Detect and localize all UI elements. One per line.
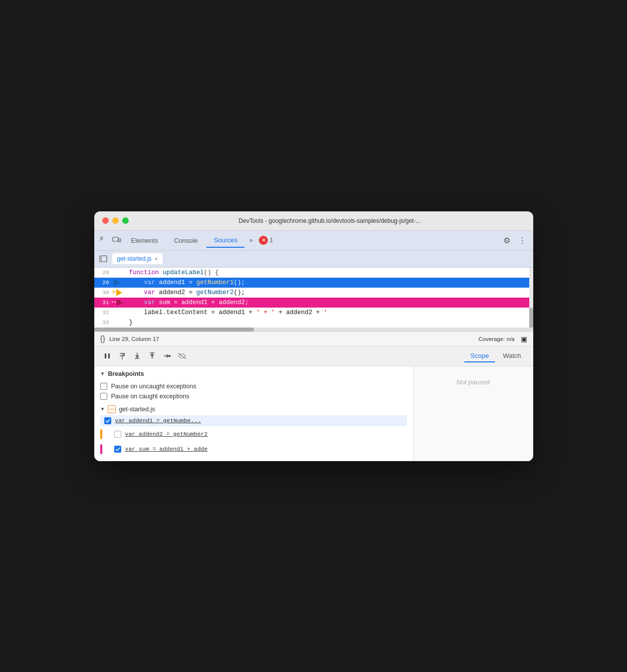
svg-rect-2 xyxy=(100,239,103,239)
svg-point-18 xyxy=(169,355,171,357)
bp-check-2[interactable] xyxy=(114,431,121,438)
line-content-33: } xyxy=(121,318,133,328)
sidebar-toggle-icon[interactable] xyxy=(98,254,108,264)
code-editor[interactable]: 28 function updateLabel() { 29 var adden… xyxy=(94,268,533,328)
responsive-icon[interactable] xyxy=(111,235,122,246)
line-content-32: label.textContent = addend1 + ' + ' + ad… xyxy=(121,308,328,318)
breakpoint-item-1[interactable]: var addend1 = getNumbe... xyxy=(100,415,407,426)
svg-rect-8 xyxy=(100,256,102,262)
svg-rect-5 xyxy=(119,239,121,242)
line-number-31: 31 xyxy=(94,298,113,308)
file-tab-bar: get-started.js × xyxy=(94,251,533,268)
pause-caught-checkbox[interactable] xyxy=(100,393,107,400)
bp-side-mark-2 xyxy=(100,429,102,439)
line-number-33: 33 xyxy=(94,318,113,328)
line-column-info: Line 29, Column 17 xyxy=(109,336,159,342)
pause-caught-label: Pause on caught exceptions xyxy=(111,393,190,400)
tab-watch[interactable]: Watch xyxy=(497,350,527,362)
window-controls xyxy=(102,217,129,224)
line-content-29: var addend1 = getNumber1(); xyxy=(121,278,245,288)
code-line-29: 29 var addend1 = getNumber1(); xyxy=(94,278,533,288)
step-out-button[interactable] xyxy=(145,349,159,363)
code-line-30: 30 ? var addend2 = getNumber2(); xyxy=(94,288,533,298)
line-content-30: var addend2 = getNumber2(); xyxy=(121,288,245,298)
step-button[interactable] xyxy=(160,349,174,363)
code-line-28: 28 function updateLabel() { xyxy=(94,268,533,278)
bp-check-3[interactable] xyxy=(114,446,121,453)
coverage-icon[interactable]: ▣ xyxy=(521,335,527,343)
breakpoints-section: ▼ Breakpoints Pause on uncaught exceptio… xyxy=(94,366,413,461)
tab-elements[interactable]: Elements xyxy=(124,234,165,247)
error-count: 1 xyxy=(270,237,273,244)
pause-button[interactable] xyxy=(100,349,114,363)
more-options-icon[interactable]: ⋮ xyxy=(515,234,529,247)
scrollbar-thumb[interactable] xyxy=(529,308,533,328)
breakpoints-title: Breakpoints xyxy=(108,370,144,377)
bp-check-1[interactable] xyxy=(104,417,111,424)
svg-rect-1 xyxy=(100,238,102,238)
maximize-button[interactable] xyxy=(122,217,129,224)
tab-more-button[interactable]: » xyxy=(246,235,256,246)
bp-text-1: var addend1 = getNumbe... xyxy=(115,417,202,424)
file-tab-close-icon[interactable]: × xyxy=(155,256,158,262)
code-line-32: 32 label.textContent = addend1 + ' + ' +… xyxy=(94,308,533,318)
deactivate-breakpoints-button[interactable] xyxy=(175,349,189,363)
status-bar: {} Line 29, Column 17 Coverage: n/a ▣ xyxy=(94,332,533,346)
line-number-30: 30 xyxy=(94,288,113,298)
title-bar: DevTools - googlechrome.github.io/devtoo… xyxy=(94,211,533,231)
format-icon[interactable]: {} xyxy=(100,335,106,343)
line-number-29: 29 xyxy=(94,278,113,288)
step-over-button[interactable] xyxy=(115,349,129,363)
file-tab-name: get-started.js xyxy=(117,255,152,262)
breakpoint-item-2[interactable]: var addend2 = getNumber2 xyxy=(100,427,407,441)
bp-text-2: var addend2 = getNumber2 xyxy=(125,431,208,437)
code-line-31: 31 •• var sum = addend1 + addend2; xyxy=(94,298,533,308)
line-content-31: var sum = addend1 + addend2; xyxy=(121,298,249,308)
status-right: Coverage: n/a ▣ xyxy=(478,335,527,343)
settings-icon[interactable]: ⚙ xyxy=(500,234,513,247)
pause-uncaught-label: Pause on uncaught exceptions xyxy=(111,383,197,390)
line-number-32: 32 xyxy=(94,308,113,318)
vertical-scrollbar[interactable] xyxy=(529,268,533,328)
pause-caught-row: Pause on caught exceptions xyxy=(100,391,407,401)
step-into-button[interactable] xyxy=(130,349,144,363)
cursor-icon[interactable] xyxy=(98,235,109,246)
tab-scope[interactable]: Scope xyxy=(464,350,495,362)
minimize-button[interactable] xyxy=(112,217,119,224)
svg-rect-10 xyxy=(108,353,110,358)
svg-rect-9 xyxy=(105,353,106,358)
line-content-28: function updateLabel() { xyxy=(121,268,219,278)
tab-bar: Elements Console Sources » ✕ 1 ⚙ ⋮ xyxy=(94,231,533,251)
debug-toolbar: Scope Watch xyxy=(94,346,533,366)
horizontal-scrollbar[interactable] xyxy=(94,328,533,332)
breakpoint-area-29[interactable] xyxy=(113,279,121,287)
status-left: {} Line 29, Column 17 xyxy=(100,335,159,343)
svg-text:✕: ✕ xyxy=(262,238,266,243)
bp-text-3: var sum = addend1 + adde xyxy=(125,446,208,452)
horizontal-scrollbar-thumb[interactable] xyxy=(94,328,254,332)
pause-uncaught-checkbox[interactable] xyxy=(100,383,107,390)
pause-uncaught-row: Pause on uncaught exceptions xyxy=(100,381,407,391)
expand-icon[interactable]: ▼ xyxy=(100,371,105,376)
not-paused-message: Not paused xyxy=(414,366,533,398)
svg-rect-4 xyxy=(113,237,118,241)
left-panel: ▼ Breakpoints Pause on uncaught exceptio… xyxy=(94,366,414,461)
coverage-info: Coverage: n/a xyxy=(478,336,514,342)
devtools-window: DevTools - googlechrome.github.io/devtoo… xyxy=(94,211,533,461)
code-line-33: 33 } xyxy=(94,318,533,328)
right-panel: Not paused xyxy=(414,366,533,461)
close-button[interactable] xyxy=(102,217,109,224)
file-icon: <> xyxy=(108,405,116,413)
tab-console[interactable]: Console xyxy=(167,234,205,247)
main-panel: ▼ Breakpoints Pause on uncaught exceptio… xyxy=(94,366,533,461)
file-expand-icon[interactable]: ▼ xyxy=(100,406,105,412)
file-tab-get-started[interactable]: get-started.js × xyxy=(112,253,163,264)
breakpoint-file-header: ▼ <> get-started.js xyxy=(100,405,407,413)
bp-side-mark-3 xyxy=(100,444,102,454)
window-title: DevTools - googlechrome.github.io/devtoo… xyxy=(135,217,525,224)
breakpoint-area-30[interactable]: ? xyxy=(113,288,121,298)
tab-sources[interactable]: Sources xyxy=(207,233,244,248)
breakpoint-area-31[interactable]: •• xyxy=(113,298,121,308)
svg-rect-3 xyxy=(100,240,102,240)
breakpoint-item-3[interactable]: var sum = addend1 + adde xyxy=(100,442,407,456)
